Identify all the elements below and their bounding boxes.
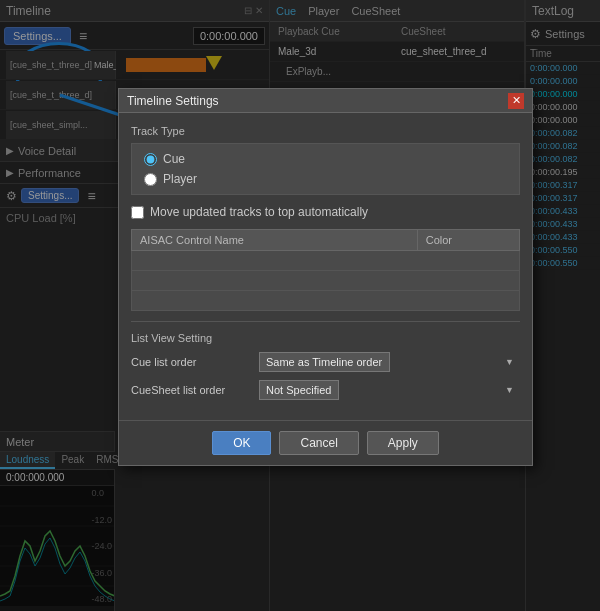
list-view-label: List View Setting <box>131 332 520 344</box>
cuesheet-list-order-wrapper: Not Specified Alphabetical Custom <box>259 380 520 400</box>
dialog-titlebar: Timeline Settings ✕ <box>119 89 532 113</box>
aisac-col2-header: Color <box>417 230 519 251</box>
cue-list-order-row: Cue list order Same as Timeline order Al… <box>131 352 520 372</box>
cancel-button[interactable]: Cancel <box>279 431 358 455</box>
radio-player-row: Player <box>144 172 507 186</box>
cue-list-order-wrapper: Same as Timeline order Alphabetical Cust… <box>259 352 520 372</box>
checkbox-label: Move updated tracks to top automatically <box>150 205 368 219</box>
autotop-checkbox[interactable] <box>131 206 144 219</box>
cue-list-order-select[interactable]: Same as Timeline order Alphabetical Cust… <box>259 352 390 372</box>
dialog-close-button[interactable]: ✕ <box>508 93 524 109</box>
aisac-col1-header: AISAC Control Name <box>132 230 418 251</box>
apply-button[interactable]: Apply <box>367 431 439 455</box>
radio-cue-input[interactable] <box>144 153 157 166</box>
cuesheet-list-order-label: CueSheet list order <box>131 384 251 396</box>
radio-cue-label: Cue <box>163 152 185 166</box>
radio-player-label: Player <box>163 172 197 186</box>
track-type-radio-group: Cue Player <box>131 143 520 195</box>
dialog-footer: OK Cancel Apply <box>119 420 532 465</box>
ok-button[interactable]: OK <box>212 431 271 455</box>
aisac-body-2 <box>132 271 520 291</box>
dialog-body: Track Type Cue Player Move updated track… <box>119 113 532 420</box>
radio-cue-row: Cue <box>144 152 507 166</box>
cuesheet-list-order-select[interactable]: Not Specified Alphabetical Custom <box>259 380 339 400</box>
aisac-table: AISAC Control Name Color <box>131 229 520 311</box>
dialog-title: Timeline Settings <box>127 94 508 108</box>
timeline-settings-dialog: Timeline Settings ✕ Track Type Cue Playe… <box>118 88 533 466</box>
aisac-body <box>132 251 520 271</box>
cue-list-order-label: Cue list order <box>131 356 251 368</box>
cuesheet-list-order-row: CueSheet list order Not Specified Alphab… <box>131 380 520 400</box>
track-type-label: Track Type <box>131 125 520 137</box>
radio-player-input[interactable] <box>144 173 157 186</box>
checkbox-row: Move updated tracks to top automatically <box>131 205 520 219</box>
list-view-section: List View Setting Cue list order Same as… <box>131 321 520 400</box>
aisac-body-3 <box>132 291 520 311</box>
